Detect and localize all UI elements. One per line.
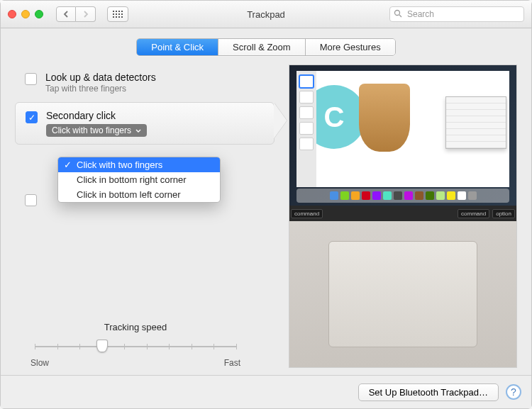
option-title: Look up & data detectors: [45, 72, 156, 83]
slider-tick: [169, 344, 170, 349]
option-subtitle: Tap with three fingers: [45, 84, 156, 94]
grid-icon: [113, 11, 123, 18]
slider-max-label: Fast: [224, 358, 240, 368]
dock-icon: [447, 191, 455, 200]
preferences-window: Trackpad Point & Click Scroll & Zoom Mor…: [0, 0, 532, 409]
popup-label: Click with two fingers: [52, 125, 131, 135]
zoom-icon[interactable]: [35, 10, 43, 18]
option-secondary-text: Secondary click Click with two fingers: [46, 110, 147, 137]
svg-line-1: [399, 15, 401, 17]
option-lookup[interactable]: Look up & data detectors Tap with three …: [15, 65, 275, 101]
slider-tick: [79, 344, 80, 349]
checkbox-lookup[interactable]: [25, 73, 37, 85]
tab-point-and-click[interactable]: Point & Click: [137, 39, 218, 55]
tracking-speed-label: Tracking speed: [15, 322, 256, 332]
preview-app-window: C: [297, 71, 509, 187]
dock-icon: [404, 191, 413, 200]
chevron-left-icon: [63, 11, 69, 18]
preview-sidebar: [297, 71, 316, 187]
titlebar: Trackpad: [1, 1, 531, 28]
dock-icon: [330, 191, 338, 200]
help-button[interactable]: ?: [506, 384, 521, 400]
svg-point-0: [395, 11, 400, 16]
tracking-speed-slider[interactable]: [35, 340, 236, 354]
preview-dock: [297, 189, 509, 203]
dock-icon: [426, 191, 434, 200]
back-button[interactable]: [56, 6, 76, 22]
checkbox-third[interactable]: [25, 194, 37, 206]
dock-icon: [362, 191, 370, 200]
dock-icon: [415, 191, 423, 200]
dock-icon: [394, 191, 402, 200]
preview-context-menu: [445, 96, 506, 149]
slider-tick: [35, 344, 35, 349]
tabs: Point & Click Scroll & Zoom More Gesture…: [136, 38, 395, 56]
dock-icon: [436, 191, 445, 200]
chevron-down-icon: [135, 127, 141, 135]
menu-item-two-fingers[interactable]: Click with two fingers: [58, 157, 220, 172]
preview-screen: C: [289, 65, 516, 206]
key-command-right: command: [458, 209, 489, 218]
footer: Set Up Bluetooth Trackpad… ?: [1, 375, 531, 408]
search-wrap: [389, 6, 524, 22]
slider-track: [35, 346, 236, 347]
slider-tick: [147, 344, 148, 349]
preview-document: C: [316, 71, 509, 187]
tab-more-gestures[interactable]: More Gestures: [305, 39, 395, 55]
tracking-speed-section: Tracking speed Slow Fast: [15, 322, 256, 368]
tab-scroll-and-zoom[interactable]: Scroll & Zoom: [218, 39, 305, 55]
preview-keyboard-row: command command option: [289, 206, 516, 221]
chevron-right-icon: [83, 11, 89, 18]
dock-icon: [372, 191, 381, 200]
preview-column: C command command option: [289, 65, 517, 368]
close-icon[interactable]: [8, 10, 16, 18]
trackpad-preview: C command command option: [289, 65, 517, 368]
tabs-row: Point & Click Scroll & Zoom More Gesture…: [1, 28, 531, 62]
menu-item-bottom-right[interactable]: Click in bottom right corner: [58, 172, 220, 187]
setup-bluetooth-button[interactable]: Set Up Bluetooth Trackpad…: [358, 383, 499, 401]
option-title: Secondary click: [46, 110, 147, 121]
menu-item-bottom-left[interactable]: Click in bottom left corner: [58, 187, 220, 202]
slider-min-label: Slow: [31, 358, 49, 368]
window-controls: [8, 10, 43, 18]
search-input[interactable]: [389, 6, 524, 22]
preview-graphic-chair: [359, 84, 410, 152]
slider-thumb[interactable]: [96, 340, 108, 352]
secondary-click-menu[interactable]: Click with two fingers Click in bottom r…: [57, 157, 221, 203]
options-column: Look up & data detectors Tap with three …: [15, 65, 275, 368]
slider-labels: Slow Fast: [31, 358, 240, 368]
dock-icon: [468, 191, 477, 200]
dock-icon: [351, 191, 360, 200]
slider-tick: [124, 344, 125, 349]
nav-buttons: [56, 6, 96, 22]
checkbox-secondary[interactable]: [26, 111, 38, 123]
key-command-left: command: [291, 209, 323, 218]
slider-tick: [236, 344, 237, 349]
secondary-click-popup[interactable]: Click with two fingers: [46, 124, 147, 137]
forward-button[interactable]: [76, 6, 96, 22]
preview-trackpad-body: [289, 221, 516, 367]
dock-icon: [383, 191, 392, 200]
show-all-button[interactable]: [107, 6, 128, 22]
option-secondary-click[interactable]: Secondary click Click with two fingers: [15, 102, 275, 145]
slider-tick: [214, 344, 214, 349]
key-option: option: [492, 209, 515, 218]
search-icon: [394, 9, 402, 20]
preview-trackpad-surface: [328, 241, 477, 347]
slider-tick: [57, 344, 58, 349]
dock-icon: [458, 191, 466, 200]
option-lookup-text: Look up & data detectors Tap with three …: [45, 72, 156, 94]
main-area: Look up & data detectors Tap with three …: [1, 62, 531, 375]
minimize-icon[interactable]: [21, 10, 30, 18]
slider-tick: [192, 344, 192, 349]
dock-icon: [340, 191, 349, 200]
